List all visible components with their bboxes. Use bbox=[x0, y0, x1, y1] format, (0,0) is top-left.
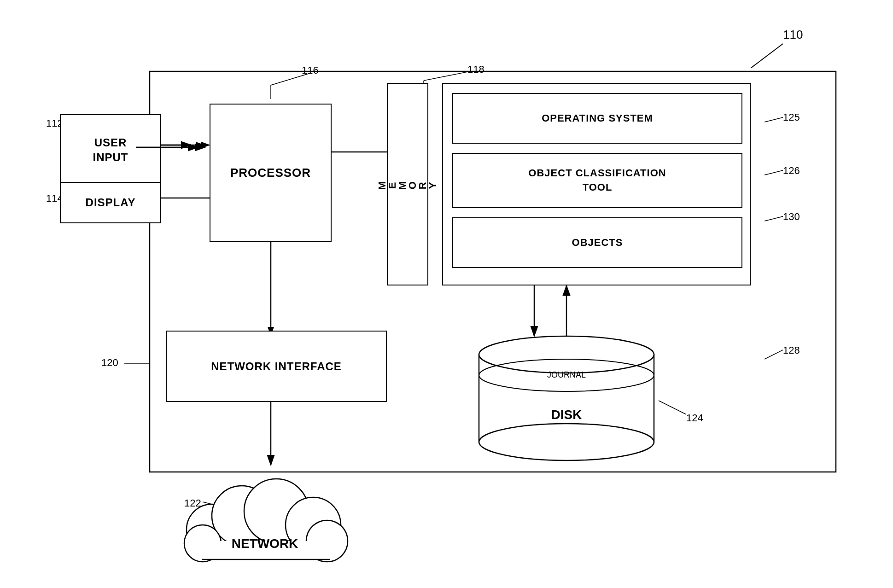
ref-110: 110 bbox=[783, 28, 803, 42]
svg-line-19 bbox=[751, 44, 783, 68]
svg-text:NETWORK: NETWORK bbox=[232, 536, 298, 551]
memory-label: M E M O R Y bbox=[377, 179, 438, 190]
ref-130: 130 bbox=[783, 211, 800, 223]
svg-point-34 bbox=[479, 336, 654, 373]
svg-text:DISK: DISK bbox=[551, 408, 582, 422]
user-input-label: USER INPUT bbox=[93, 135, 128, 164]
objects-label: OBJECTS bbox=[572, 237, 623, 249]
svg-line-30 bbox=[765, 170, 783, 175]
operating-system-label: OPERATING SYSTEM bbox=[542, 112, 653, 124]
processor-box: PROCESSOR bbox=[210, 104, 332, 242]
svg-line-32 bbox=[765, 216, 783, 221]
objects-box: OBJECTS bbox=[452, 217, 742, 268]
object-classification-box: OBJECT CLASSIFICATION TOOL bbox=[452, 153, 742, 208]
display-box: DISPLAY bbox=[60, 182, 161, 223]
operating-system-box: OPERATING SYSTEM bbox=[452, 93, 742, 144]
diagram: 110 112 114 116 118 120 122 124 125 126 … bbox=[0, 0, 893, 588]
svg-line-25 bbox=[424, 71, 470, 81]
svg-point-36 bbox=[479, 424, 654, 460]
network-interface-box: NETWORK INTERFACE bbox=[166, 331, 387, 402]
svg-line-29 bbox=[765, 117, 783, 122]
svg-text:JOURNAL: JOURNAL bbox=[547, 370, 586, 379]
memory-box: M E M O R Y bbox=[387, 83, 428, 285]
memory-contents-box: OPERATING SYSTEM OBJECT CLASSIFICATION T… bbox=[442, 83, 751, 285]
ref-120: 120 bbox=[101, 357, 118, 369]
processor-label: PROCESSOR bbox=[230, 166, 311, 180]
ref-118: 118 bbox=[467, 64, 484, 76]
ref-116: 116 bbox=[302, 64, 319, 76]
ref-126: 126 bbox=[783, 165, 800, 177]
display-label: DISPLAY bbox=[86, 196, 136, 209]
ref-125: 125 bbox=[783, 111, 800, 123]
network-container: NETWORK bbox=[166, 465, 364, 566]
disk-container: JOURNAL DISK bbox=[474, 332, 659, 451]
object-classification-label: OBJECT CLASSIFICATION TOOL bbox=[528, 166, 666, 195]
network-interface-label: NETWORK INTERFACE bbox=[211, 360, 342, 373]
